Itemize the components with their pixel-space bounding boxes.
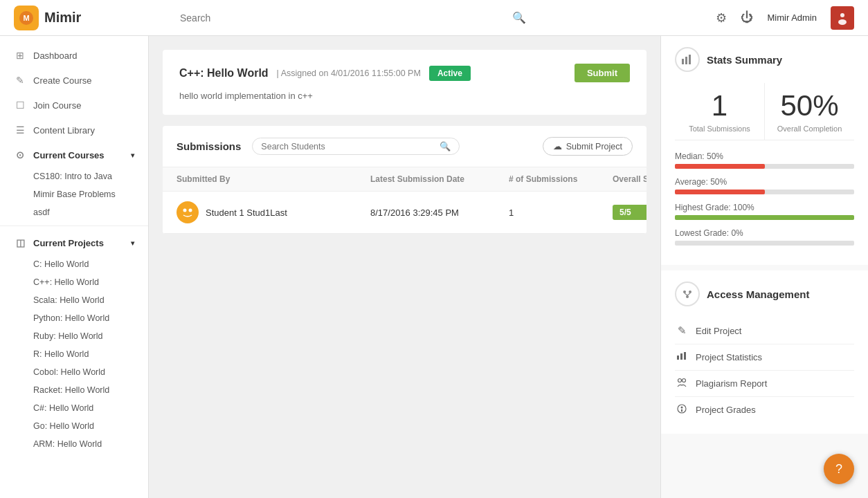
access-item-edit-project[interactable]: ✎ Edit Project (675, 317, 854, 344)
svg-rect-23 (681, 409, 682, 412)
sidebar-item-label: Dashboard (33, 50, 78, 61)
sidebar-course-cs180[interactable]: CS180: Intro to Java (0, 167, 148, 185)
submission-count: 1 (509, 208, 613, 218)
search-input[interactable] (180, 8, 526, 28)
create-course-icon: ✎ (14, 75, 26, 86)
search-students-input[interactable] (261, 142, 435, 151)
sidebar-item-content-library[interactable]: ☰ Content Library (0, 118, 148, 142)
sidebar-item-label: Join Course (33, 100, 81, 111)
sidebar-project-c[interactable]: C: Hello World (0, 255, 148, 273)
lowest-label: Lowest Grade: 0% (675, 228, 854, 238)
sidebar-item-current-projects[interactable]: ◫ Current Projects ▾ (0, 230, 148, 255)
chevron-down-icon: ▾ (131, 239, 134, 247)
svg-line-14 (685, 293, 687, 295)
project-assigned: | Assigned on 4/01/2016 11:55:00 PM (277, 68, 421, 78)
sidebar-item-join-course[interactable]: ☐ Join Course (0, 93, 148, 118)
logo-area: M Mimir (14, 6, 152, 30)
project-statistics-label: Project Statistics (696, 352, 762, 362)
sidebar-item-label: Current Courses (33, 150, 105, 160)
access-title-row: Access Management (675, 282, 854, 306)
sidebar-project-racket[interactable]: Racket: Hello World (0, 381, 148, 399)
project-title: C++: Hello World (179, 67, 269, 80)
current-courses-icon: ⊙ (14, 149, 26, 160)
completion-box: 50% Overall Completion (765, 83, 854, 140)
sidebar-project-cobol[interactable]: Cobol: Hello World (0, 363, 148, 381)
svg-point-11 (683, 290, 686, 293)
project-description: hello world implementation in c++ (179, 91, 630, 101)
svg-point-4 (838, 19, 847, 25)
sidebar-item-label: Create Course (33, 75, 92, 86)
average-progress-fill (675, 190, 765, 194)
lowest-progress-bg (675, 241, 854, 246)
plagiarism-report-label: Plagiarism Report (696, 378, 767, 389)
access-section: Access Management ✎ Edit Project Project… (661, 270, 868, 434)
total-submissions-label: Total Submissions (675, 124, 764, 133)
power-icon[interactable]: ⏻ (741, 10, 753, 25)
submission-date: 8/17/2016 3:29:45 PM (370, 208, 509, 218)
plagiarism-icon (675, 378, 689, 389)
lowest-stat: Lowest Grade: 0% (675, 228, 854, 246)
average-progress-bg (675, 190, 854, 194)
cloud-icon: ☁ (553, 141, 562, 151)
highest-progress-bg (675, 215, 854, 220)
sidebar-project-csharp[interactable]: C#: Hello World (0, 399, 148, 417)
submissions-card: Submissions 🔍 ☁ Submit Project Submitted… (163, 126, 647, 234)
project-grades-label: Project Grades (696, 405, 756, 415)
project-header: C++: Hello World | Assigned on 4/01/2016… (179, 64, 630, 82)
access-item-plagiarism-report[interactable]: Plagiarism Report (675, 371, 854, 397)
sidebar-course-mimir[interactable]: Mimir Base Problems (0, 185, 148, 203)
student-name: Student 1 Stud1Last (206, 208, 287, 218)
score-badge: 5/5 (613, 205, 647, 220)
sidebar-project-arm[interactable]: ARM: Hello World (0, 435, 148, 453)
avatar[interactable] (831, 6, 854, 30)
col-submitted-by: Submitted By (177, 174, 370, 184)
join-course-icon: ☐ (14, 100, 26, 111)
median-progress-fill (675, 164, 765, 169)
access-title: Access Management (707, 288, 809, 300)
svg-rect-17 (680, 353, 682, 360)
stats-icon (675, 47, 700, 72)
completion-value: 50% (765, 90, 854, 122)
svg-point-6 (183, 209, 187, 212)
sidebar-item-label: Current Projects (33, 238, 104, 248)
chat-bubble[interactable]: ? (824, 454, 854, 484)
median-progress-bg (675, 164, 854, 169)
submissions-header: Submissions 🔍 ☁ Submit Project (163, 126, 647, 167)
submit-button[interactable]: Submit (575, 64, 630, 82)
sidebar-project-cpp[interactable]: C++: Hello World (0, 273, 148, 291)
sidebar-project-ruby[interactable]: Ruby: Hello World (0, 327, 148, 345)
stats-title-row: Stats Summary (675, 47, 854, 72)
search-students-area: 🔍 (252, 138, 460, 155)
table-header: Submitted By Latest Submission Date # of… (163, 167, 647, 192)
sidebar-item-current-courses[interactable]: ⊙ Current Courses ▾ (0, 142, 148, 167)
svg-point-12 (689, 290, 691, 293)
access-item-project-statistics[interactable]: Project Statistics (675, 344, 854, 371)
sidebar-project-r[interactable]: R: Hello World (0, 345, 148, 363)
sidebar-project-go[interactable]: Go: Hello World (0, 417, 148, 435)
stats-numbers: 1 Total Submissions 50% Overall Completi… (675, 83, 854, 140)
svg-rect-18 (684, 352, 686, 360)
grades-icon (675, 404, 689, 416)
settings-icon[interactable]: ⚙ (716, 10, 727, 26)
col-latest-date: Latest Submission Date (370, 174, 509, 184)
logo-icon: M (14, 6, 39, 30)
sidebar-project-python[interactable]: Python: Hello World (0, 309, 148, 327)
project-card: C++: Hello World | Assigned on 4/01/2016… (163, 50, 647, 115)
search-students-icon: 🔍 (440, 141, 451, 151)
chat-icon: ? (835, 462, 842, 477)
average-label: Average: 50% (675, 177, 854, 187)
submit-project-button[interactable]: ☁ Submit Project (543, 137, 633, 156)
statistics-icon (675, 351, 689, 363)
sidebar-item-create-course[interactable]: ✎ Create Course (0, 68, 148, 93)
sidebar-course-asdf[interactable]: asdf (0, 203, 148, 221)
access-item-project-grades[interactable]: Project Grades (675, 397, 854, 423)
median-stat: Median: 50% (675, 151, 854, 169)
search-icon[interactable]: 🔍 (512, 11, 526, 24)
stats-title: Stats Summary (707, 54, 782, 66)
sidebar-project-scala[interactable]: Scala: Hello World (0, 291, 148, 309)
logo-text: Mimir (44, 10, 81, 26)
svg-point-19 (678, 379, 682, 382)
edit-project-label: Edit Project (696, 326, 741, 336)
sidebar-item-dashboard[interactable]: ⊞ Dashboard (0, 43, 148, 68)
svg-line-15 (687, 293, 690, 295)
